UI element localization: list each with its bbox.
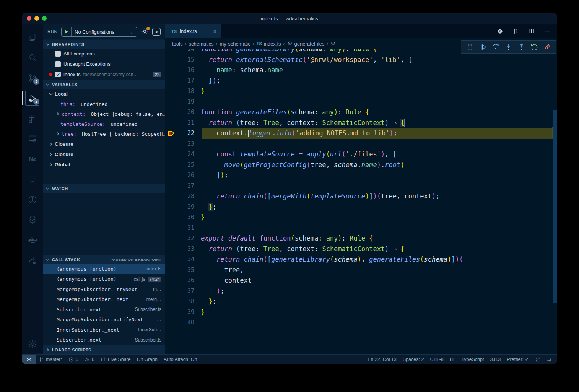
variable-scope-closure[interactable]: Closure	[43, 139, 165, 149]
status-cursor-position[interactable]: Ln 22, Col 13	[365, 355, 399, 364]
breakpoint-checkbox[interactable]	[55, 72, 61, 77]
status-feedback[interactable]	[532, 355, 543, 364]
status-remote-indicator[interactable]: ><	[22, 355, 36, 364]
gutter[interactable]	[165, 223, 177, 234]
breakpoint-row[interactable]: All Exceptions	[43, 49, 165, 59]
call-stack-frame[interactable]: (anonymous function)index.ts	[43, 264, 165, 274]
restart-button[interactable]	[529, 42, 539, 52]
gutter[interactable]	[165, 212, 177, 223]
gutter[interactable]	[165, 233, 177, 244]
status-ts-version[interactable]: 3.8.3	[487, 355, 504, 364]
scrollbar-slider[interactable]	[553, 110, 557, 303]
gutter[interactable]	[165, 275, 177, 286]
breadcrumb-item[interactable]: generateFiles	[287, 41, 325, 47]
activity-item-testing[interactable]	[22, 210, 43, 230]
call-stack-frame[interactable]: Subscriber.nextSubscriber.ts	[43, 304, 165, 315]
gutter[interactable]	[165, 202, 177, 213]
variable-scope-local[interactable]: Local	[43, 89, 165, 99]
configure-launch-json-button[interactable]	[141, 28, 148, 36]
gutter[interactable]	[165, 97, 177, 107]
breakpoints-section-header[interactable]: BREAKPOINTS	[43, 39, 165, 49]
status-prettier-status[interactable]: Prettier: ✓	[504, 355, 532, 364]
gutter[interactable]	[165, 49, 177, 55]
format-document-button[interactable]	[497, 28, 503, 34]
call-stack-section-header[interactable]: CALL STACK PAUSED ON BREAKPOINT	[43, 255, 165, 264]
status-errors[interactable]: 0	[65, 355, 81, 364]
breakpoint-checkbox[interactable]	[55, 51, 61, 57]
activity-item-run-and-debug[interactable]: 1	[22, 88, 43, 108]
gutter[interactable]	[165, 55, 177, 65]
activity-item-nx-console[interactable]: N≥	[22, 149, 43, 169]
activity-item-live-share[interactable]	[22, 250, 43, 270]
gutter[interactable]	[165, 170, 177, 181]
breadcrumb-item[interactable]: my-schematic	[220, 41, 250, 47]
status-auto-attach[interactable]: Auto Attach: On	[161, 355, 200, 364]
disconnect-button[interactable]	[542, 42, 552, 52]
minimize-window-button[interactable]	[34, 16, 39, 21]
status-warnings[interactable]: 0	[81, 355, 98, 364]
activity-item-bookmarks[interactable]	[22, 169, 43, 189]
call-stack-frame[interactable]: InnerSubscriber._nextInnerSub…	[43, 325, 165, 335]
variable-scope-global[interactable]: Global	[43, 159, 165, 170]
more-actions-button[interactable]	[544, 28, 550, 34]
activity-item-explorer[interactable]	[22, 27, 43, 47]
breadcrumb-item[interactable]	[330, 41, 338, 46]
loaded-scripts-section-header[interactable]: LOADED SCRIPTS	[43, 345, 165, 354]
variable-scope-closure[interactable]: Closure	[43, 149, 165, 159]
start-debugging-button[interactable]	[62, 27, 72, 36]
tab-index-ts[interactable]: TS index.ts ×	[165, 24, 221, 38]
launch-configuration-dropdown[interactable]: No Configurations ⌄	[61, 27, 137, 37]
status-indentation[interactable]: Spaces: 2	[400, 355, 427, 364]
status-git-graph[interactable]: Git Graph	[134, 355, 161, 364]
gutter[interactable]	[165, 191, 177, 202]
activity-item-manage[interactable]	[22, 334, 43, 354]
gutter[interactable]	[165, 139, 177, 150]
compare-changes-button[interactable]	[512, 28, 519, 34]
gutter[interactable]	[165, 118, 177, 128]
activity-item-remote-explorer[interactable]	[22, 128, 43, 149]
call-stack-frame[interactable]: MergeMapSubscriber._tryNextm…	[43, 284, 165, 294]
gutter[interactable]	[165, 265, 177, 276]
activity-item-source-control[interactable]: 3	[22, 68, 43, 88]
breakpoint-row[interactable]: Uncaught Exceptions	[43, 59, 165, 69]
call-stack-frame[interactable]: (anonymous function)call.js74:24	[43, 274, 165, 285]
gutter[interactable]	[165, 86, 177, 97]
breadcrumb-item[interactable]: tools	[172, 41, 182, 47]
gutter[interactable]	[165, 244, 177, 255]
gutter[interactable]	[165, 181, 177, 192]
gutter[interactable]	[165, 160, 177, 171]
split-editor-button[interactable]	[528, 28, 535, 34]
continue-button[interactable]	[478, 42, 488, 52]
step-over-button[interactable]	[491, 42, 501, 52]
gutter[interactable]	[165, 76, 177, 86]
gutter[interactable]	[165, 307, 177, 318]
code-viewport[interactable]: 14function generateLibrary(schema: any):…	[165, 49, 557, 354]
variable-row[interactable]: context: Object {debug: false, en…	[43, 109, 165, 119]
watch-section-header[interactable]: WATCH	[43, 184, 165, 193]
gutter[interactable]	[165, 254, 177, 265]
activity-item-search[interactable]	[22, 47, 43, 68]
close-window-button[interactable]	[27, 16, 31, 21]
breadcrumb-item[interactable]: TSindex.ts	[257, 41, 281, 47]
close-tab-icon[interactable]: ×	[213, 28, 216, 34]
gutter[interactable]	[165, 65, 177, 76]
gutter[interactable]	[165, 296, 177, 307]
gutter[interactable]	[165, 286, 177, 297]
zoom-window-button[interactable]	[42, 16, 47, 21]
status-language-mode[interactable]: TypeScript	[458, 355, 487, 364]
status-eol[interactable]: LF	[447, 355, 459, 364]
status-notifications[interactable]	[543, 355, 555, 364]
variable-row[interactable]: this: undefined	[43, 99, 165, 109]
activity-item-extensions[interactable]	[22, 108, 43, 128]
activity-item-gitlens[interactable]	[22, 189, 43, 210]
variable-row[interactable]: templateSource: undefined	[43, 119, 165, 129]
activity-item-docker[interactable]	[22, 230, 43, 250]
step-out-button[interactable]	[517, 42, 527, 52]
call-stack-frame[interactable]: MergeMapSubscriber._nextmerg…	[43, 294, 165, 305]
toolbar-grip-handle[interactable]	[465, 42, 475, 52]
variables-section-header[interactable]: VARIABLES	[43, 80, 165, 89]
breadcrumb-item[interactable]: schematics	[189, 41, 213, 47]
status-git-branch[interactable]: master*	[36, 355, 65, 364]
variable-row[interactable]: tree: HostTree {_backend: ScopedH…	[43, 129, 165, 139]
gutter[interactable]	[165, 107, 177, 118]
